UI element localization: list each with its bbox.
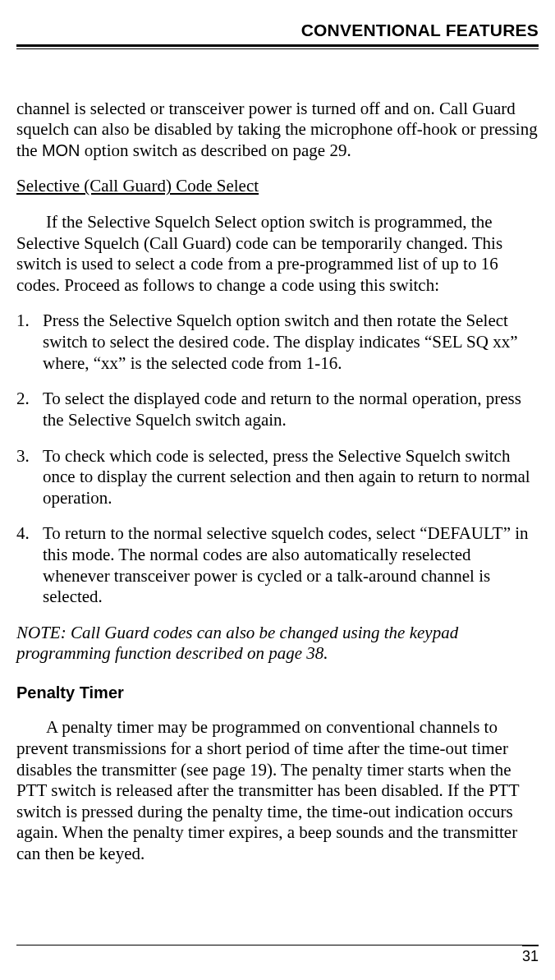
list-item: 1.Press the Selective Squelch option swi… xyxy=(16,311,539,374)
page-number: 31 xyxy=(522,945,539,968)
step-text: Press the Selective Squelch option switc… xyxy=(43,311,518,372)
header-rule-thin xyxy=(16,48,539,49)
section-heading-penalty-timer: Penalty Timer xyxy=(16,683,539,702)
step-number: 3. xyxy=(16,446,30,467)
footer-rules xyxy=(16,945,539,947)
list-item: 3.To check which code is selected, press… xyxy=(16,446,539,509)
steps-list: 1.Press the Selective Squelch option swi… xyxy=(16,311,539,607)
sub-paragraph: If the Selective Squelch Select option s… xyxy=(16,212,539,296)
intro-post: option switch as described on page 29. xyxy=(80,140,351,160)
mon-label: MON xyxy=(42,141,80,159)
header-section-title: CONVENTIONAL FEATURES xyxy=(16,20,539,41)
step-number: 2. xyxy=(16,389,30,410)
intro-paragraph: channel is selected or transceiver power… xyxy=(16,99,539,162)
list-item: 4.To return to the normal selective sque… xyxy=(16,523,539,607)
header-rules xyxy=(16,44,539,49)
step-number: 1. xyxy=(16,311,30,332)
step-text: To check which code is selected, press t… xyxy=(43,446,530,508)
step-number: 4. xyxy=(16,523,30,545)
header-rule-thick xyxy=(16,44,539,47)
footer-rule-thin xyxy=(16,945,539,945)
step-text: To select the displayed code and return … xyxy=(43,389,521,430)
list-item: 2.To select the displayed code and retur… xyxy=(16,389,539,430)
penalty-timer-paragraph: A penalty timer may be programmed on con… xyxy=(16,717,539,864)
subheading-selective-code-select: Selective (Call Guard) Code Select xyxy=(16,176,539,197)
note-paragraph: NOTE: Call Guard codes can also be chang… xyxy=(16,623,539,665)
step-text: To return to the normal selective squelc… xyxy=(43,523,529,606)
